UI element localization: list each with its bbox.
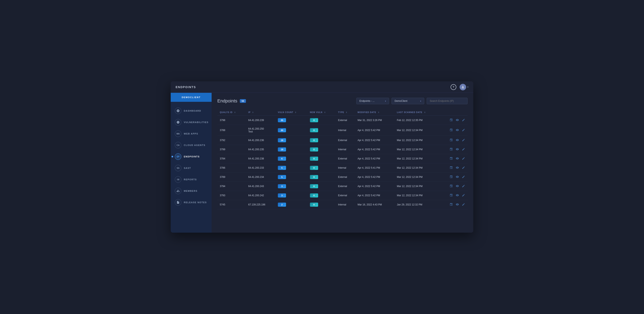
cell-qualys-id: 3793 [217, 191, 246, 200]
sidebar-item-endpoints[interactable]: EP ENDPOINTS [171, 151, 212, 162]
top-bar: ENDPOINTS ? ▾ [171, 81, 473, 93]
sidebar-item-release-notes[interactable]: RELEASE NOTES [171, 197, 212, 208]
edit-action-icon[interactable] [462, 148, 465, 152]
new-vuln-badge: 0 [310, 202, 318, 207]
sidebar-item-vulnerabilities[interactable]: VULNERABILITIES [171, 116, 212, 128]
scan-action-icon[interactable] [450, 118, 453, 122]
edit-action-icon[interactable] [462, 203, 465, 207]
edit-action-icon[interactable] [462, 138, 465, 142]
table-row: 378664.41.200.23350InternalApr 4, 2022 5… [217, 163, 468, 172]
edit-action-icon[interactable] [462, 184, 465, 188]
col-modified-date[interactable]: MODIFIED DATE ⇕ [355, 109, 394, 116]
view-action-icon[interactable] [456, 184, 459, 188]
scan-action-icon[interactable] [450, 128, 453, 132]
col-new-vuln[interactable]: NEW VULN ⇕ [308, 109, 336, 116]
sidebar: DEMOCLIENT DASHBOARD VULNERABILITIES [171, 93, 212, 233]
scan-action-icon[interactable] [450, 175, 453, 179]
col-type[interactable]: TYPE ⇕ [336, 109, 355, 116]
cell-ip: 64.41.200.234 [246, 172, 276, 182]
col-qualys-id[interactable]: QUALYS ID ⇕ [217, 109, 246, 116]
cell-qualys-id: 3792 [217, 136, 246, 145]
cell-last-scanned-date: Mar 12, 2022 12:34 PM [394, 172, 440, 182]
vuln-count-badge: 30 [278, 128, 286, 132]
cell-vuln-count: 2 [276, 200, 308, 209]
chevron-down-icon: ▾ [420, 100, 421, 102]
scan-action-icon[interactable] [450, 138, 453, 142]
vulnerabilities-icon [175, 119, 181, 126]
row-actions [442, 166, 465, 170]
view-action-icon[interactable] [456, 128, 459, 132]
scan-action-icon[interactable] [450, 157, 453, 161]
cell-vuln-count: 6 [276, 154, 308, 163]
help-button[interactable]: ? [450, 84, 456, 90]
cell-modified-date: Apr 4, 2022 5:42 PM [355, 125, 394, 136]
cell-type: Internal [336, 125, 355, 136]
chevron-down-icon: ▾ [385, 100, 386, 102]
user-menu[interactable]: ▾ [460, 84, 468, 90]
cell-type: External [336, 136, 355, 145]
new-vuln-badge: 0 [310, 148, 318, 152]
cell-type: External [336, 116, 355, 125]
sidebar-item-web-apps[interactable]: WA WEB APPS [171, 128, 212, 140]
cell-last-scanned-date: Feb 12, 2022 12:35 PM [394, 116, 440, 125]
col-vuln-count[interactable]: VULN COUNT ⇕ [276, 109, 308, 116]
cell-vuln-count: 3 [276, 191, 308, 200]
view-action-icon[interactable] [456, 138, 459, 142]
view-action-icon[interactable] [456, 118, 459, 122]
view-action-icon[interactable] [456, 148, 459, 152]
sidebar-item-sast[interactable]: SS SAST [171, 162, 212, 174]
sidebar-label-dashboard: DASHBOARD [184, 110, 201, 112]
scan-action-icon[interactable] [450, 148, 453, 152]
edit-action-icon[interactable] [462, 157, 465, 161]
vuln-count-badge: 5 [278, 175, 286, 179]
view-action-icon[interactable] [456, 175, 459, 179]
view-action-icon[interactable] [456, 157, 459, 161]
edit-action-icon[interactable] [462, 118, 465, 122]
sidebar-item-dashboard[interactable]: DASHBOARD [171, 105, 212, 116]
table-row: 379364.41.200.24230ExternalApr 4, 2022 5… [217, 191, 468, 200]
cell-last-scanned-date: Mar 12, 2022 12:34 PM [394, 136, 440, 145]
cell-vuln-count: 30 [276, 125, 308, 136]
cell-actions [440, 145, 468, 154]
scan-action-icon[interactable] [450, 166, 453, 170]
cell-ip: 64.41.200.242 [246, 191, 276, 200]
cell-actions [440, 200, 468, 209]
cell-actions [440, 182, 468, 191]
view-action-icon[interactable] [456, 203, 459, 207]
edit-action-icon[interactable] [462, 175, 465, 179]
scan-action-icon[interactable] [450, 194, 453, 198]
view-action-icon[interactable] [456, 194, 459, 198]
view-action-icon[interactable] [456, 166, 459, 170]
search-input[interactable] [427, 98, 468, 104]
endpoints-table: QUALYS ID ⇕ IP ⇕ VULN COUNT ⇕ NEW VULN ⇕… [217, 109, 468, 209]
table-row: 379864.41.200.239350ExternalMar 31, 2022… [217, 116, 468, 125]
col-ip[interactable]: IP ⇕ [246, 109, 276, 116]
sidebar-label-members: MEMBERS [184, 190, 198, 192]
endpoints-filter-dropdown[interactable]: Endpoints - ... ▾ [356, 98, 389, 104]
scan-action-icon[interactable] [450, 203, 453, 207]
sidebar-item-reports[interactable]: REPORTS [171, 174, 212, 185]
table-row: 378464.41.200.23860ExternalApr 4, 2022 5… [217, 154, 468, 163]
sidebar-item-cloud-agents[interactable]: CA CLOUD AGENTS [171, 140, 212, 151]
col-last-scanned-date[interactable]: LAST SCANNED DATE ⇕ [394, 109, 440, 116]
edit-action-icon[interactable] [462, 166, 465, 170]
client-dropdown[interactable]: DemoClient ▾ [392, 98, 424, 104]
members-icon [175, 188, 181, 194]
cell-actions [440, 125, 468, 136]
cell-qualys-id: 5745 [217, 200, 246, 209]
edit-action-icon[interactable] [462, 194, 465, 198]
scan-action-icon[interactable] [450, 184, 453, 188]
page-header: Endpoints 55 Endpoints - ... ▾ DemoClien… [217, 98, 468, 104]
cell-modified-date: Apr 4, 2022 5:42 PM [355, 154, 394, 163]
cell-actions [440, 191, 468, 200]
endpoints-filter-label: Endpoints - ... [360, 100, 374, 102]
cell-last-scanned-date: Mar 12, 2022 12:34 PM [394, 145, 440, 154]
release-notes-icon [175, 199, 181, 206]
cell-last-scanned-date: Jan 29, 2022 12:32 PM [394, 200, 440, 209]
sidebar-item-members[interactable]: MEMBERS [171, 185, 212, 197]
row-actions [442, 128, 465, 132]
row-actions [442, 157, 465, 161]
new-vuln-badge: 0 [310, 166, 318, 170]
cell-new-vuln: 0 [308, 172, 336, 182]
edit-action-icon[interactable] [462, 128, 465, 132]
